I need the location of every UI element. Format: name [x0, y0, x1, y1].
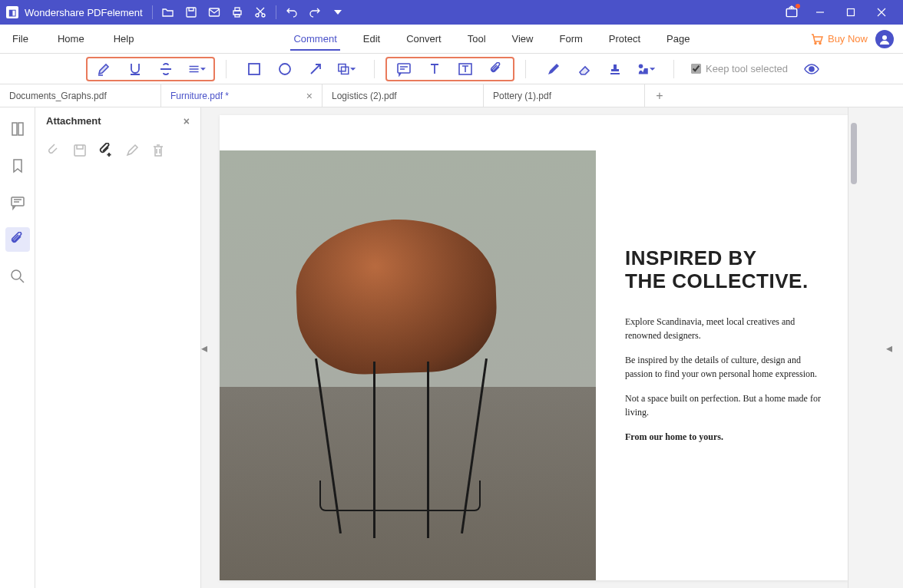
panel-toolbar [35, 135, 200, 166]
menu-form[interactable]: Form [557, 27, 586, 51]
document-canvas[interactable]: ◂ INSPIRED BY THE COLLECTIVE. Explore Sc… [201, 107, 903, 588]
open-attachment-icon[interactable] [46, 143, 61, 158]
add-tab-button[interactable]: + [645, 84, 674, 107]
menu-file[interactable]: File [9, 27, 31, 51]
doc-para3: Not a space built on perfection. But a h… [625, 391, 825, 419]
scrollbar-thumb[interactable] [851, 123, 857, 184]
tab-label: Documents_Graphs.pdf [9, 91, 107, 101]
svg-point-9 [815, 42, 816, 44]
maximize-button[interactable] [835, 0, 866, 25]
menu-convert[interactable]: Convert [403, 27, 445, 51]
svg-point-18 [639, 64, 643, 68]
minimize-button[interactable] [805, 0, 835, 25]
tab-label: Furniture.pdf * [170, 91, 229, 101]
pencil-tool-icon[interactable] [544, 60, 563, 78]
keep-tool-checkbox[interactable]: Keep tool selected [691, 63, 788, 74]
oval-tool-icon[interactable] [276, 60, 294, 78]
comments-panel-icon[interactable] [5, 190, 30, 215]
svg-rect-24 [74, 145, 85, 156]
svg-point-6 [262, 14, 265, 17]
print-icon[interactable] [231, 6, 243, 18]
hide-comments-icon[interactable] [803, 61, 820, 78]
note-group [385, 57, 514, 81]
underline-tool-icon[interactable] [126, 60, 144, 78]
svg-rect-0 [187, 8, 196, 17]
signature-dropdown-icon[interactable] [637, 60, 655, 78]
undo-icon[interactable] [286, 6, 298, 18]
edit-attachment-icon[interactable] [124, 143, 140, 158]
menu-bar: File Home Help Comment Edit Convert Tool… [0, 25, 903, 54]
collapse-right-icon[interactable]: ◂ [886, 341, 892, 355]
arrow-tool-icon[interactable] [306, 60, 325, 78]
tab-furniture[interactable]: Furniture.pdf * × [161, 84, 322, 107]
delete-attachment-icon[interactable] [150, 143, 166, 158]
menu-edit[interactable]: Edit [360, 27, 383, 51]
cart-icon [811, 33, 823, 45]
menu-home[interactable]: Home [55, 27, 88, 51]
text-box-icon[interactable] [456, 60, 475, 78]
keep-tool-check-icon[interactable] [691, 64, 701, 74]
menu-page[interactable]: Page [663, 27, 693, 51]
page-text-block: INSPIRED BY THE COLLECTIVE. Explore Scan… [625, 247, 825, 454]
svg-point-11 [882, 35, 887, 40]
stamp-tool-icon[interactable] [606, 60, 624, 78]
save-icon[interactable] [185, 6, 197, 18]
svg-rect-2 [233, 11, 241, 15]
mail-icon[interactable] [208, 6, 220, 18]
menu-help[interactable]: Help [111, 27, 137, 51]
main-area: Attachment × ◂ [0, 107, 903, 588]
title-bar: ◧ Wondershare PDFelement [0, 0, 903, 25]
menu-tool[interactable]: Tool [465, 27, 489, 51]
svg-rect-12 [249, 64, 260, 74]
close-button[interactable] [866, 0, 897, 25]
cut-icon[interactable] [254, 6, 266, 18]
bookmarks-panel-icon[interactable] [5, 154, 30, 178]
sticky-note-icon[interactable] [395, 60, 413, 78]
attachments-panel-icon[interactable] [5, 227, 30, 252]
svg-rect-3 [235, 8, 240, 11]
strikethrough-tool-icon[interactable] [157, 60, 175, 78]
search-panel-icon[interactable] [5, 264, 30, 289]
add-attachment-icon[interactable] [98, 143, 114, 158]
thumbnails-panel-icon[interactable] [5, 117, 30, 141]
eraser-tool-icon[interactable] [575, 60, 594, 78]
pdf-page[interactable]: INSPIRED BY THE COLLECTIVE. Explore Scan… [220, 115, 848, 580]
share-icon[interactable] [785, 5, 799, 19]
collapse-left-icon[interactable]: ◂ [201, 341, 207, 355]
app-logo-icon: ◧ [6, 6, 18, 18]
open-folder-icon[interactable] [162, 6, 174, 18]
scrollbar-track[interactable] [848, 107, 858, 588]
attachment-tool-icon[interactable] [487, 60, 505, 78]
divider [152, 5, 153, 19]
svg-rect-20 [12, 123, 17, 135]
separator [673, 60, 674, 78]
buy-now-label: Buy Now [828, 33, 868, 45]
avatar-button[interactable] [875, 30, 894, 48]
draw-group [537, 58, 663, 80]
quick-access-dropdown-icon[interactable] [332, 6, 344, 18]
svg-rect-4 [235, 15, 240, 17]
shapes-dropdown-icon[interactable] [337, 60, 356, 78]
doc-headline: INSPIRED BY THE COLLECTIVE. [625, 247, 825, 293]
separator [525, 60, 526, 78]
tab-pottery[interactable]: Pottery (1).pdf [484, 84, 645, 107]
redo-icon[interactable] [309, 6, 321, 18]
close-icon[interactable]: × [184, 115, 190, 127]
svg-rect-21 [18, 123, 23, 135]
tab-logistics[interactable]: Logistics (2).pdf [322, 84, 484, 107]
menu-comment[interactable]: Comment [290, 27, 339, 51]
typewriter-icon[interactable] [425, 60, 444, 78]
app-title: Wondershare PDFelement [25, 7, 143, 18]
highlight-tool-icon[interactable] [95, 60, 114, 78]
doc-tagline: From our home to yours. [625, 430, 825, 444]
tab-label: Logistics (2).pdf [332, 91, 397, 101]
close-icon[interactable]: × [306, 90, 313, 102]
squiggly-tool-icon[interactable] [187, 60, 206, 78]
rectangle-tool-icon[interactable] [245, 60, 263, 78]
save-attachment-icon[interactable] [72, 143, 88, 158]
keep-tool-label: Keep tool selected [706, 63, 788, 74]
menu-protect[interactable]: Protect [606, 27, 643, 51]
menu-view[interactable]: View [509, 27, 537, 51]
buy-now-button[interactable]: Buy Now [811, 33, 868, 45]
tab-documents-graphs[interactable]: Documents_Graphs.pdf [0, 84, 161, 107]
